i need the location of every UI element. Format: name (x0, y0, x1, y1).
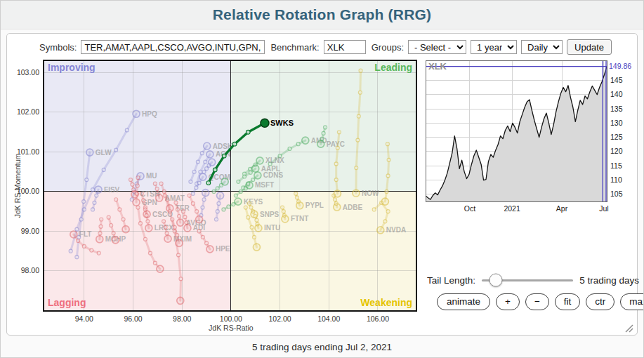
symbols-input[interactable] (81, 40, 265, 54)
trail-head[interactable] (317, 140, 324, 147)
symbols-label: Symbols: (39, 42, 77, 53)
rrg-symbol-label[interactable]: SWKS (270, 119, 294, 127)
rrg-symbol-label[interactable]: HPE (216, 245, 230, 253)
trail-head[interactable] (256, 157, 263, 164)
rrg-symbol-label[interactable]: GLW (96, 149, 112, 157)
trail-head[interactable] (253, 244, 260, 251)
quadrant-label-lagging: Lagging (48, 297, 86, 308)
rrg-symbol-label[interactable]: PYPL (305, 201, 324, 209)
rrg-symbol-label[interactable]: HPQ (142, 110, 157, 118)
trail-node (69, 249, 72, 253)
animate-button[interactable]: animate (437, 293, 490, 310)
tail-length-slider-track[interactable] (482, 279, 573, 281)
benchmark-chart-title: XLK (428, 61, 447, 72)
trail-head[interactable] (196, 216, 203, 223)
rrg-symbol-label[interactable]: MSFT (255, 181, 274, 189)
trail-head[interactable] (131, 191, 138, 198)
trail-head[interactable] (255, 225, 262, 232)
rrg-symbol-label[interactable]: ADBE (343, 204, 363, 211)
trail-node (75, 227, 79, 231)
rrg-symbol-label[interactable]: MU (146, 172, 157, 180)
trail-head[interactable] (122, 226, 129, 233)
frequency-select[interactable]: Daily (521, 40, 563, 54)
trail-head[interactable] (176, 239, 183, 246)
trail-head[interactable] (209, 159, 216, 166)
trail-head[interactable] (252, 165, 259, 172)
trail-head[interactable] (246, 182, 253, 189)
trail-head[interactable] (206, 151, 213, 158)
trail-head[interactable] (157, 265, 164, 272)
trail-head[interactable] (302, 137, 309, 144)
trail-head[interactable] (145, 225, 152, 232)
trail-node (227, 205, 230, 208)
rrg-symbol-label[interactable]: SNPS (260, 211, 280, 218)
trail-node (199, 170, 202, 173)
trail-head[interactable] (377, 227, 384, 234)
trail-head[interactable] (96, 236, 103, 243)
rrg-symbol-label[interactable]: NOW (362, 190, 379, 197)
trail-head[interactable] (334, 190, 341, 197)
rrg-symbol-label[interactable]: FISV (104, 186, 120, 194)
trail-head[interactable] (133, 110, 140, 117)
trail-node (176, 208, 179, 211)
trail-node (202, 198, 206, 201)
maximize-button[interactable]: max (620, 293, 644, 310)
rrg-chart[interactable]: 94.0096.0098.00100.00102.00104.00106.009… (14, 58, 421, 338)
quadrant-label-improving: Improving (48, 62, 96, 73)
zoom-out-button[interactable]: − (525, 293, 549, 310)
resize-handle-icon[interactable] (624, 323, 633, 333)
trail-head[interactable] (221, 178, 228, 185)
zoom-in-button[interactable]: + (496, 293, 520, 310)
trail-head[interactable] (112, 237, 119, 244)
trail-head[interactable] (133, 199, 140, 206)
trail-head[interactable] (235, 198, 242, 205)
period-select[interactable]: 1 year (471, 40, 517, 54)
rrg-symbol-label[interactable]: CTSH (140, 190, 159, 198)
trail-head[interactable] (184, 225, 191, 232)
trail-head[interactable] (202, 190, 209, 197)
trail-head[interactable] (282, 216, 289, 223)
trail-node (114, 198, 118, 201)
trail-node (192, 170, 196, 173)
rrg-symbol-label[interactable]: AMAT (165, 194, 185, 202)
trail-head[interactable] (70, 231, 77, 238)
trail-head[interactable] (381, 198, 388, 205)
rrg-symbol-label[interactable]: XLNX (265, 157, 284, 164)
tail-length-slider-thumb[interactable] (489, 274, 503, 287)
trail-head[interactable] (199, 173, 206, 180)
fit-button[interactable]: fit (555, 293, 581, 310)
trail-head[interactable] (296, 202, 303, 209)
benchmark-input[interactable] (324, 40, 366, 54)
trail-node (195, 186, 198, 190)
groups-select[interactable]: - Select - (408, 40, 466, 54)
trail-node (213, 168, 217, 172)
trail-head[interactable] (334, 204, 341, 211)
trail-head[interactable] (177, 297, 184, 304)
trail-node (214, 218, 218, 221)
trail-head[interactable] (206, 246, 213, 253)
trail-node (359, 69, 362, 72)
trail-head[interactable] (177, 219, 184, 226)
rrg-symbol-label[interactable]: INTU (264, 224, 280, 232)
center-button[interactable]: ctr (586, 293, 615, 310)
rrg-symbol-label[interactable]: FTNT (291, 215, 309, 223)
rrg-symbol-label[interactable]: FLT (79, 230, 92, 238)
trail-node (239, 190, 242, 193)
trail-node (200, 152, 204, 155)
trail-head[interactable] (353, 190, 360, 197)
rrg-symbol-label[interactable]: NVDA (386, 226, 406, 234)
trail-head[interactable] (254, 172, 261, 179)
trail-head[interactable] (261, 119, 269, 127)
trail-head[interactable] (86, 149, 93, 156)
trail-head[interactable] (95, 186, 102, 193)
rrg-symbol-label[interactable]: PAYC (327, 140, 345, 148)
trail-head[interactable] (217, 192, 224, 199)
trail-node (85, 178, 88, 182)
trail-node (247, 216, 250, 219)
trail-head[interactable] (204, 142, 211, 150)
rrg-symbol-label[interactable]: KEYS (244, 198, 263, 206)
trail-node (386, 174, 390, 178)
rrg-symbol-label[interactable]: CDNS (263, 171, 284, 179)
update-button[interactable]: Update (567, 39, 612, 55)
trail-head[interactable] (164, 235, 171, 242)
